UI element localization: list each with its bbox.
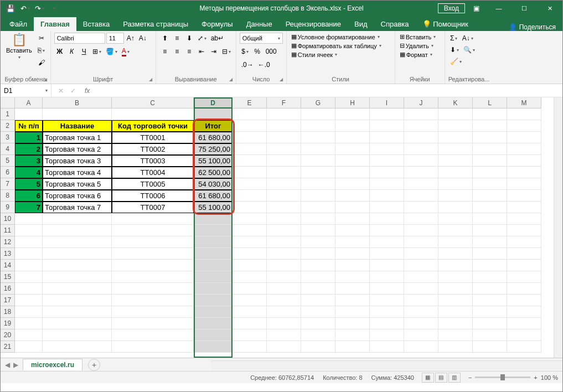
cell[interactable] (15, 318, 43, 329)
cell[interactable] (233, 248, 267, 260)
cell[interactable] (473, 236, 507, 248)
cell[interactable] (507, 132, 541, 143)
cell[interactable] (267, 155, 301, 167)
cell[interactable] (370, 260, 404, 271)
cell[interactable] (15, 341, 43, 353)
cell[interactable] (112, 295, 194, 306)
cell[interactable] (507, 283, 541, 295)
cell[interactable] (404, 225, 438, 236)
cell[interactable] (404, 109, 438, 120)
column-header-B[interactable]: B (43, 97, 112, 109)
cell[interactable] (335, 178, 370, 190)
cell[interactable] (438, 306, 473, 318)
cell[interactable]: 61 680,00 (194, 190, 233, 202)
cell[interactable] (301, 283, 335, 295)
cell[interactable] (438, 260, 473, 271)
cell[interactable] (43, 318, 112, 329)
cell[interactable] (267, 120, 301, 132)
cell[interactable] (473, 202, 507, 213)
cell[interactable] (194, 236, 233, 248)
sheet-next-button[interactable]: ▶ (13, 361, 18, 369)
cell[interactable] (43, 271, 112, 283)
align-bottom-button[interactable]: ⬇ (184, 33, 195, 44)
cell[interactable]: Торговая точка 3 (43, 155, 112, 167)
cell[interactable] (301, 155, 335, 167)
cell[interactable] (43, 283, 112, 295)
cell[interactable] (43, 248, 112, 260)
cell-styles-button[interactable]: ▦ Стили ячеек▾ (290, 50, 338, 59)
cell[interactable] (438, 109, 473, 120)
cancel-formula-button[interactable]: ✕ (55, 87, 67, 95)
column-header-K[interactable]: K (438, 97, 473, 109)
decrease-indent-button[interactable]: ⇤ (196, 46, 207, 57)
cell[interactable]: 62 500,00 (194, 167, 233, 178)
cell[interactable]: Код торговой точки (112, 120, 194, 132)
align-top-button[interactable]: ⬆ (159, 33, 171, 44)
delete-cells-button[interactable]: ⊟ Удалить▾ (399, 42, 435, 50)
cell[interactable] (370, 283, 404, 295)
cell[interactable]: Торговая точка 5 (43, 178, 112, 190)
find-select-button[interactable]: 🔍▾ (462, 44, 477, 55)
fx-icon[interactable]: fx (82, 87, 92, 95)
cell[interactable] (507, 306, 541, 318)
qat-customize[interactable]: ▾ (47, 2, 60, 14)
column-header-F[interactable]: F (267, 97, 301, 109)
cell[interactable] (438, 143, 473, 155)
cell[interactable] (267, 132, 301, 143)
tab-home[interactable]: Главная (34, 17, 76, 31)
font-name-select[interactable]: Calibri (54, 33, 105, 44)
cell[interactable] (370, 236, 404, 248)
cell[interactable] (507, 341, 541, 353)
cell[interactable] (43, 213, 112, 225)
cell[interactable] (335, 271, 370, 283)
cell[interactable] (370, 341, 404, 353)
cell[interactable] (301, 329, 335, 341)
column-header-H[interactable]: H (335, 97, 370, 109)
cell[interactable] (194, 329, 233, 341)
cell[interactable] (15, 213, 43, 225)
cell[interactable] (194, 318, 233, 329)
cell[interactable]: 75 250,00 (194, 143, 233, 155)
cell[interactable] (507, 225, 541, 236)
cell[interactable]: 7 (15, 202, 43, 213)
cell[interactable] (335, 306, 370, 318)
cell[interactable]: № п/п (15, 120, 43, 132)
column-header-C[interactable]: C (112, 97, 194, 109)
page-layout-view-button[interactable]: ▤ (435, 373, 447, 383)
new-sheet-button[interactable]: + (88, 359, 100, 371)
cell[interactable] (301, 236, 335, 248)
tab-tell-me[interactable]: 💡 Помощник (416, 17, 475, 31)
row-header-14[interactable]: 14 (1, 260, 14, 271)
column-header-I[interactable]: I (370, 97, 404, 109)
cell[interactable] (335, 155, 370, 167)
number-launcher[interactable]: ◢ (280, 77, 283, 82)
cell[interactable] (473, 295, 507, 306)
select-all-corner[interactable] (1, 97, 15, 109)
cell[interactable]: 4 (15, 167, 43, 178)
cell[interactable] (438, 318, 473, 329)
cell[interactable] (43, 109, 112, 120)
ribbon-display-options[interactable]: ▣ (468, 2, 484, 14)
cell[interactable] (301, 260, 335, 271)
cell[interactable] (267, 341, 301, 353)
tab-file[interactable]: Файл (3, 17, 34, 31)
cell[interactable] (370, 178, 404, 190)
cell[interactable] (404, 248, 438, 260)
orientation-button[interactable]: ⤢▾ (196, 33, 208, 44)
cell[interactable] (15, 236, 43, 248)
cell[interactable] (301, 178, 335, 190)
cell[interactable] (43, 236, 112, 248)
cell[interactable] (438, 202, 473, 213)
cell[interactable] (473, 318, 507, 329)
cell[interactable] (112, 109, 194, 120)
font-launcher[interactable]: ◢ (149, 77, 152, 82)
worksheet-grid[interactable]: ABCDEFGHIJKLM 12345678910111213141516171… (1, 97, 562, 358)
cell[interactable] (335, 202, 370, 213)
row-header-17[interactable]: 17 (1, 295, 14, 306)
cell[interactable] (194, 295, 233, 306)
cell[interactable] (267, 283, 301, 295)
cell[interactable] (473, 213, 507, 225)
cell[interactable] (438, 213, 473, 225)
tab-layout[interactable]: Разметка страницы (116, 17, 195, 31)
cell[interactable] (404, 202, 438, 213)
